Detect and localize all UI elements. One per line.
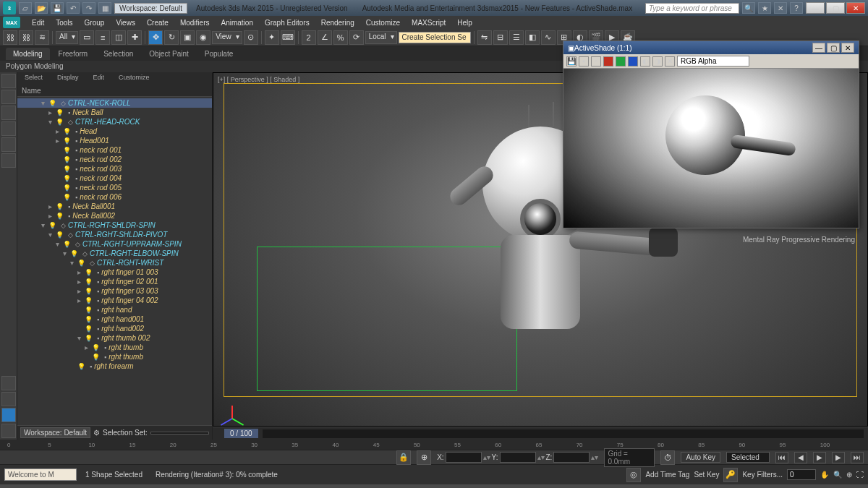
nav-pan-icon[interactable]: ✋: [820, 471, 829, 479]
project-icon[interactable]: ▦: [98, 2, 111, 14]
tree-node[interactable]: 💡▪neck rod 002: [17, 155, 212, 164]
tree-node[interactable]: ▸💡▪rght finger 01 003: [17, 267, 212, 277]
tree-node[interactable]: ▸💡▪Neck Ball002: [17, 211, 212, 221]
select-move-icon[interactable]: ✥: [148, 30, 163, 45]
layer-explorer-icon[interactable]: ◧: [525, 30, 540, 45]
save-file-icon[interactable]: 💾: [51, 2, 64, 14]
menu-animation[interactable]: Animation: [215, 17, 258, 28]
tree-node[interactable]: ▾💡◇CTRL-HEAD-ROCK: [17, 117, 212, 127]
as-clone-icon[interactable]: ▫: [591, 56, 601, 67]
strip-btn-3[interactable]: [1, 106, 16, 120]
as-green-channel-icon[interactable]: [616, 56, 626, 67]
help-icon[interactable]: ?: [790, 2, 803, 14]
time-config-icon[interactable]: ⏱: [660, 450, 675, 465]
menu-help[interactable]: Help: [451, 17, 478, 28]
menu-create[interactable]: Create: [141, 17, 174, 28]
pivot-center-icon[interactable]: ⊙: [244, 30, 258, 45]
tree-node[interactable]: ▸💡▪Neck Ball: [17, 108, 212, 117]
as-alpha-icon[interactable]: ◐: [640, 56, 650, 67]
tab-modeling[interactable]: Modeling: [6, 48, 50, 60]
ref-coord-dropdown[interactable]: View: [212, 31, 242, 44]
tree-node[interactable]: ▾💡◇CTRL-RGHT-UPPRARM-SPIN: [17, 239, 212, 249]
snap-angle-icon[interactable]: ∠: [318, 30, 332, 45]
select-scale-icon[interactable]: ▣: [180, 30, 195, 45]
menu-graph-editors[interactable]: Graph Editors: [259, 17, 315, 28]
frame-indicator[interactable]: 0 / 100: [224, 429, 258, 438]
tree-node[interactable]: ▸💡▪rght thumb: [17, 343, 212, 352]
as-channel-dropdown[interactable]: RGB Alpha: [677, 56, 749, 67]
nav-orbit-icon[interactable]: ⊕: [846, 471, 852, 479]
scene-tab-select[interactable]: Select: [17, 72, 50, 85]
strip-btn-4[interactable]: [1, 121, 16, 136]
activeshade-window[interactable]: ▣ ActiveShade (1:1) — ▢ ✕ 💾 ▪ ▫ ◐ ◑ ✕ RG…: [563, 40, 859, 228]
minimize-button[interactable]: —: [806, 2, 825, 14]
tree-node[interactable]: 💡▪neck rod 003: [17, 164, 212, 174]
strip-btn-c[interactable]: [1, 408, 16, 422]
strip-btn-5[interactable]: [1, 137, 16, 152]
search-icon[interactable]: 🔍: [742, 2, 755, 14]
select-link-icon[interactable]: ⛓: [3, 30, 17, 45]
tree-node[interactable]: ▸💡▪rght finger 04 002: [17, 296, 212, 305]
select-place-icon[interactable]: ◉: [196, 30, 210, 45]
as-clear-icon[interactable]: ✕: [665, 56, 675, 67]
as-save-icon[interactable]: 💾: [566, 56, 576, 67]
keyfilters-button[interactable]: Key Filters...: [742, 471, 783, 479]
infocenter-search[interactable]: Type a keyword or phrase: [645, 3, 739, 14]
z-input[interactable]: [553, 452, 590, 463]
strip-btn-d[interactable]: [1, 424, 16, 438]
menu-modifiers[interactable]: Modifiers: [174, 17, 216, 28]
strip-btn-b[interactable]: [1, 392, 16, 406]
select-rotate-icon[interactable]: ↻: [164, 30, 179, 45]
footer-workspace-dropdown[interactable]: Workspace: Default: [20, 427, 90, 438]
open-file-icon[interactable]: 📂: [35, 2, 48, 14]
selection-set-dropdown[interactable]: [150, 432, 209, 435]
manipulate-icon[interactable]: ✦: [265, 30, 279, 45]
absolute-mode-icon[interactable]: ⊕: [417, 450, 431, 465]
tree-node[interactable]: ▸💡▪rght finger 03 003: [17, 286, 212, 296]
activeshade-titlebar[interactable]: ▣ ActiveShade (1:1) — ▢ ✕: [563, 41, 859, 54]
undo-icon[interactable]: ↶: [67, 2, 80, 14]
named-selection-input[interactable]: Create Selection Se: [399, 32, 471, 43]
menu-tools[interactable]: Tools: [50, 17, 78, 28]
viewport-label[interactable]: [+] [ Perspective ] [ Shaded ]: [218, 76, 299, 83]
scene-tab-customize[interactable]: Customize: [111, 72, 157, 85]
strip-btn-2[interactable]: [1, 90, 16, 104]
scene-tree[interactable]: ▾💡◇CTRL-NECK-ROLL▸💡▪Neck Ball▾💡◇CTRL-HEA…: [17, 97, 212, 425]
add-time-tag-button[interactable]: Add Time Tag: [645, 471, 689, 479]
redo-icon[interactable]: ↷: [82, 2, 95, 14]
tree-node[interactable]: 💡▪rght hand: [17, 305, 212, 314]
next-frame-icon[interactable]: ▶: [832, 452, 845, 463]
tree-node[interactable]: ▸💡▪Head: [17, 127, 212, 136]
mirror-icon[interactable]: ⇋: [477, 30, 492, 45]
tree-node[interactable]: ▸💡▪rght finger 02 001: [17, 277, 212, 286]
bind-spacewarp-icon[interactable]: ≋: [35, 30, 49, 45]
tree-node[interactable]: ▾💡◇CTRL-RGHT-SHLDR-SPIN: [17, 221, 212, 230]
tree-node[interactable]: 💡▪neck rod 006: [17, 192, 212, 202]
menu-rendering[interactable]: Rendering: [315, 17, 360, 28]
new-file-icon[interactable]: ▱: [19, 2, 32, 14]
tree-node[interactable]: 💡▪rght thumb: [17, 352, 212, 361]
select-region-icon[interactable]: ◫: [111, 30, 126, 45]
prev-frame-icon[interactable]: ◀: [794, 452, 807, 463]
layers-icon[interactable]: ☰: [509, 30, 524, 45]
as-copy-icon[interactable]: ▪: [579, 56, 589, 67]
unlink-icon[interactable]: ⛓: [19, 30, 33, 45]
subscription-icon[interactable]: ★: [758, 2, 771, 14]
maxscript-listener[interactable]: Welcome to M: [4, 468, 77, 481]
local-dropdown[interactable]: Local: [365, 31, 397, 44]
goto-end-icon[interactable]: ⏭: [851, 452, 864, 463]
select-by-name-icon[interactable]: ≡: [95, 30, 110, 45]
autokey-button[interactable]: Auto Key: [681, 452, 720, 463]
close-button[interactable]: ✕: [846, 2, 865, 14]
as-blue-channel-icon[interactable]: [628, 56, 638, 67]
time-slider[interactable]: 0 / 100: [213, 427, 868, 440]
maximize-button[interactable]: ▢: [826, 2, 845, 14]
keymode-dropdown[interactable]: Selected: [726, 452, 770, 463]
menu-edit[interactable]: Edit: [26, 17, 50, 28]
as-mono-icon[interactable]: ◑: [652, 56, 663, 67]
tree-node[interactable]: ▾💡◇CTRL-RGHT-WRIST: [17, 258, 212, 267]
activeshade-render-view[interactable]: [563, 69, 859, 228]
tree-node[interactable]: ▾💡◇CTRL-RGHT-SHLDR-PIVOT: [17, 230, 212, 239]
tab-populate[interactable]: Populate: [197, 48, 240, 60]
lock-selection-icon[interactable]: 🔒: [396, 450, 411, 465]
